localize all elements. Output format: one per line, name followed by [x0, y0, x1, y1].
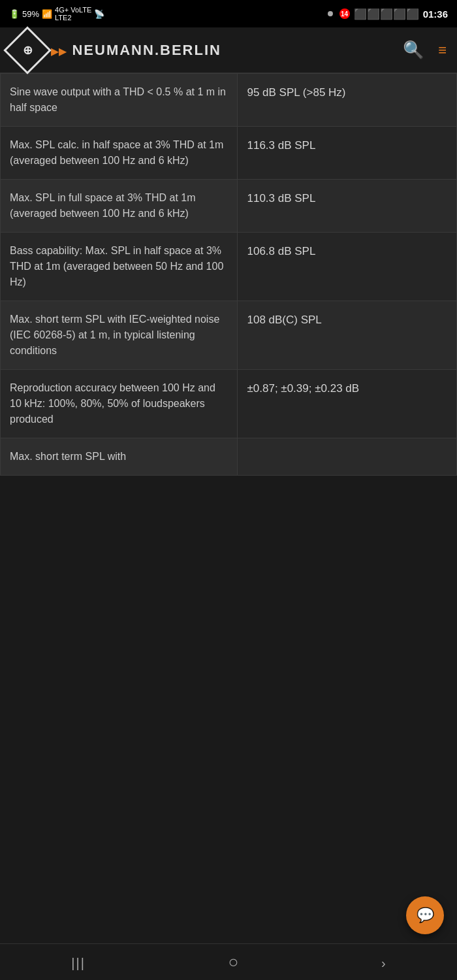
header: ⊕ ▶▶ NEUMANN.BERLIN 🔍 ≡ [0, 27, 457, 73]
table-row: Max. short term SPL with [1, 438, 457, 476]
spec-label: Max. short term SPL with [1, 438, 238, 476]
chevron-right-icon: › [381, 956, 386, 970]
spec-value: 106.8 dB SPL [238, 233, 457, 301]
table-row: Max. short term SPL with IEC-weighted no… [1, 301, 457, 370]
spec-label: Reproduction accuracy between 100 Hz and… [1, 370, 238, 438]
network-type: 4G+ VoLTELTE2 [55, 6, 91, 22]
spec-label: Bass capability: Max. SPL in half space … [1, 233, 238, 301]
menu-icon[interactable]: ≡ [438, 43, 447, 57]
search-icon[interactable]: 🔍 [403, 40, 424, 60]
clock: 01:36 [423, 8, 448, 20]
brand-arrow: ▶▶ [51, 46, 67, 57]
logo-area: ⊕ ▶▶ NEUMANN.BERLIN [10, 33, 221, 67]
header-icons[interactable]: 🔍 ≡ [403, 40, 447, 60]
signal-bars: 📶 [42, 9, 52, 19]
bottom-nav-home[interactable]: ○ [215, 947, 252, 977]
dot-indicator [328, 11, 333, 16]
brand-name: NEUMANN.BERLIN [72, 42, 221, 58]
table-row: Bass capability: Max. SPL in half space … [1, 233, 457, 301]
spec-value: 108 dB(C) SPL [238, 301, 457, 370]
brand-name-area: ▶▶ NEUMANN.BERLIN [51, 42, 221, 59]
wifi-icon: 📡 [94, 9, 104, 19]
spec-label: Max. SPL in full space at 3% THD at 1m (… [1, 180, 238, 233]
spec-label: Max. SPL calc. in half space at 3% THD a… [1, 127, 238, 180]
table-row: Max. SPL calc. in half space at 3% THD a… [1, 127, 457, 180]
spec-value [238, 438, 457, 476]
spec-label: Sine wave output with a THD < 0.5 % at 1… [1, 74, 238, 127]
spec-value: 116.3 dB SPL [238, 127, 457, 180]
chat-icon: 💬 [417, 907, 434, 924]
battery-icon: 🔋 [9, 9, 20, 19]
home-circle-icon: ○ [228, 952, 239, 972]
spec-value: 110.3 dB SPL [238, 180, 457, 233]
app-icons: ⬛⬛⬛⬛⬛ [354, 8, 419, 20]
table-row: Reproduction accuracy between 100 Hz and… [1, 370, 457, 438]
table-row: Sine wave output with a THD < 0.5 % at 1… [1, 74, 457, 127]
bottom-nav-menu[interactable]: ||| [58, 948, 99, 977]
logo-icon: ⊕ [23, 43, 33, 57]
battery-level: 59% [22, 9, 39, 19]
logo-diamond: ⊕ [3, 26, 52, 74]
menu-bars-icon: ||| [71, 956, 86, 970]
status-right: 14 ⬛⬛⬛⬛⬛ 01:36 [328, 8, 448, 20]
bottom-nav: ||| ○ › [0, 943, 457, 980]
bottom-nav-forward[interactable]: › [368, 948, 399, 977]
spec-label: Max. short term SPL with IEC-weighted no… [1, 301, 238, 370]
status-bar: 🔋 59% 📶 4G+ VoLTELTE2 📡 14 ⬛⬛⬛⬛⬛ 01:36 [0, 0, 457, 27]
spec-value: 95 dB SPL (>85 Hz) [238, 74, 457, 127]
specs-table: Sine wave output with a THD < 0.5 % at 1… [0, 73, 457, 476]
status-left: 🔋 59% 📶 4G+ VoLTELTE2 📡 [9, 6, 104, 22]
notification-badge: 14 [339, 8, 350, 19]
table-row: Max. SPL in full space at 3% THD at 1m (… [1, 180, 457, 233]
chat-fab-button[interactable]: 💬 [406, 896, 444, 934]
spec-value: ±0.87; ±0.39; ±0.23 dB [238, 370, 457, 438]
